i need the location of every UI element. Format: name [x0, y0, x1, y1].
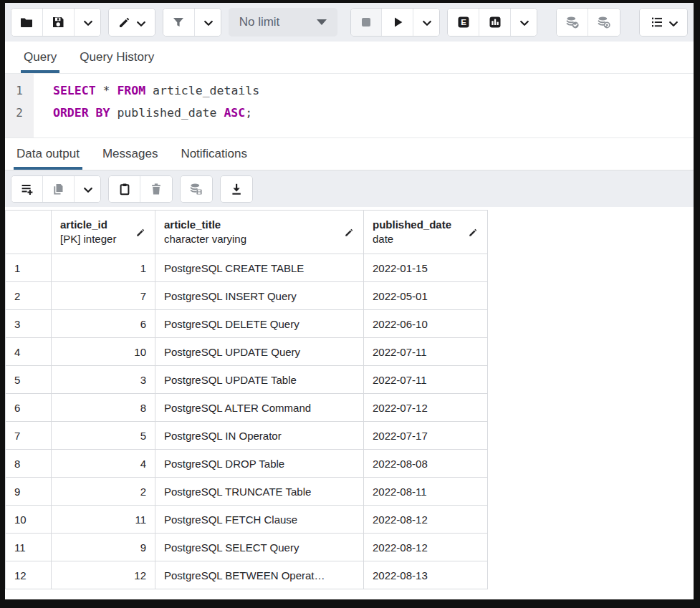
tab-query[interactable]: Query [21, 42, 59, 73]
add-row-button[interactable] [11, 176, 43, 202]
commit-button[interactable] [557, 9, 588, 36]
row-number-header[interactable] [6, 211, 52, 254]
row-number-cell[interactable]: 11 [6, 534, 52, 561]
published-date-cell[interactable]: 2022-07-11 [364, 366, 488, 394]
sql-line[interactable]: ORDER BY published_date ASC; [53, 102, 259, 124]
column-name: article_id [60, 218, 116, 232]
row-number-cell[interactable]: 5 [6, 366, 52, 394]
paste-button[interactable] [109, 176, 140, 202]
article-title-cell[interactable]: PostgreSQL TRUNCATE Table [155, 478, 364, 506]
chevron-down-icon [666, 16, 678, 28]
execute-button-group [350, 8, 441, 37]
copy-menu-button[interactable] [75, 176, 100, 202]
article-id-cell[interactable]: 3 [52, 366, 155, 394]
row-number-cell[interactable]: 8 [6, 450, 52, 478]
article-id-cell[interactable]: 2 [52, 478, 155, 506]
row-edit-button-group [11, 175, 101, 203]
column-header-published-date[interactable]: published_date date [364, 211, 488, 254]
row-number-cell[interactable]: 12 [6, 561, 52, 589]
article-id-cell[interactable]: 5 [52, 422, 155, 450]
published-date-cell[interactable]: 2022-07-12 [364, 394, 488, 422]
row-number-cell[interactable]: 3 [6, 310, 52, 338]
row-number-cell[interactable]: 1 [6, 254, 52, 282]
article-id-cell[interactable]: 8 [52, 394, 155, 422]
tab-messages[interactable]: Messages [100, 138, 160, 170]
article-title-cell[interactable]: PostgreSQL UPDATE Query [155, 338, 364, 366]
published-date-cell[interactable]: 2022-06-10 [364, 310, 488, 338]
published-date-cell[interactable]: 2022-05-01 [364, 282, 488, 310]
filter-menu-button[interactable] [195, 9, 221, 36]
row-number-cell[interactable]: 10 [6, 506, 52, 534]
explain-analyze-button[interactable] [479, 9, 511, 36]
tab-data-output[interactable]: Data output [14, 138, 82, 170]
sql-keyword: ASC [224, 106, 245, 120]
chevron-down-icon [517, 16, 530, 29]
execute-button[interactable] [382, 9, 413, 36]
execute-menu-button[interactable] [413, 9, 439, 36]
row-number-cell[interactable]: 2 [6, 282, 52, 310]
save-button[interactable] [43, 9, 75, 36]
stop-icon [359, 15, 373, 29]
article-title-cell[interactable]: PostgreSQL CREATE TABLE [155, 254, 364, 282]
article-title-cell[interactable]: PostgreSQL BETWEEN Operat… [155, 561, 364, 589]
published-date-cell[interactable]: 2022-08-12 [364, 506, 488, 534]
published-date-cell[interactable]: 2022-08-12 [364, 534, 488, 561]
article-id-cell[interactable]: 11 [52, 506, 155, 534]
tab-query-history[interactable]: Query History [77, 42, 157, 73]
article-title-cell[interactable]: PostgreSQL SELECT Query [155, 534, 364, 561]
edit-column-icon [135, 227, 146, 238]
article-title-cell[interactable]: PostgreSQL FETCH Clause [155, 506, 364, 534]
article-id-cell[interactable]: 1 [52, 254, 155, 282]
commit-icon [565, 15, 580, 29]
article-id-cell[interactable]: 4 [52, 450, 155, 478]
article-title-cell[interactable]: PostgreSQL IN Operator [155, 422, 364, 450]
delete-button[interactable] [140, 176, 172, 202]
column-header-article-id[interactable]: article_id [PK] integer [52, 211, 155, 254]
save-results-to-file-button[interactable] [221, 176, 252, 202]
sql-line[interactable]: SELECT * FROM article_details [53, 79, 259, 102]
copy-button[interactable] [43, 176, 75, 202]
macros-menu-button[interactable] [640, 9, 687, 36]
row-number-cell[interactable]: 6 [6, 394, 52, 422]
edit-menu-button[interactable] [109, 9, 155, 36]
add-row-icon [20, 182, 34, 196]
published-date-cell[interactable]: 2022-08-13 [364, 561, 488, 589]
article-title-cell[interactable]: PostgreSQL UPDATE Table [155, 366, 364, 394]
article-id-cell[interactable]: 9 [52, 534, 155, 561]
article-id-cell[interactable]: 10 [52, 338, 155, 366]
article-id-cell[interactable]: 6 [52, 310, 155, 338]
explain-button[interactable] [448, 9, 479, 36]
published-date-cell[interactable]: 2022-07-17 [364, 422, 488, 450]
tab-notifications[interactable]: Notifications [178, 138, 250, 170]
published-date-cell[interactable]: 2022-07-11 [364, 338, 488, 366]
published-date-cell[interactable]: 2022-01-15 [364, 254, 488, 282]
article-title-cell[interactable]: PostgreSQL INSERT Query [155, 282, 364, 310]
article-id-cell[interactable]: 12 [52, 561, 155, 589]
column-header-article-title[interactable]: article_title character varying [155, 211, 364, 254]
numbered-list-icon [650, 15, 664, 29]
rollback-button[interactable] [588, 9, 620, 36]
published-date-cell[interactable]: 2022-08-11 [364, 478, 488, 506]
sql-code[interactable]: SELECT * FROM article_detailsORDER BY pu… [34, 74, 259, 137]
filter-button[interactable] [163, 9, 195, 36]
row-limit-value: No limit [239, 15, 280, 29]
row-number-cell[interactable]: 7 [6, 422, 52, 450]
row-limit-select[interactable]: No limit [229, 8, 337, 37]
stop-button[interactable] [351, 9, 383, 36]
published-date-cell[interactable]: 2022-08-08 [364, 450, 488, 478]
row-number-cell[interactable]: 9 [6, 478, 52, 506]
save-menu-button[interactable] [75, 9, 100, 36]
filter-icon [171, 15, 186, 29]
row-number-cell[interactable]: 4 [6, 338, 52, 366]
explain-menu-button[interactable] [511, 9, 537, 36]
query-toolbar: No limit [5, 3, 694, 42]
sql-editor[interactable]: 12 SELECT * FROM article_detailsORDER BY… [5, 74, 694, 138]
article-title-cell[interactable]: PostgreSQL DELETE Query [155, 310, 364, 338]
open-file-button[interactable] [11, 9, 43, 36]
article-id-cell[interactable]: 7 [52, 282, 155, 310]
column-type: character varying [164, 232, 246, 246]
article-title-cell[interactable]: PostgreSQL DROP Table [155, 450, 364, 478]
article-title-cell[interactable]: PostgreSQL ALTER Command [155, 394, 364, 422]
save-data-changes-button[interactable] [181, 176, 212, 202]
line-number: 1 [5, 79, 34, 102]
